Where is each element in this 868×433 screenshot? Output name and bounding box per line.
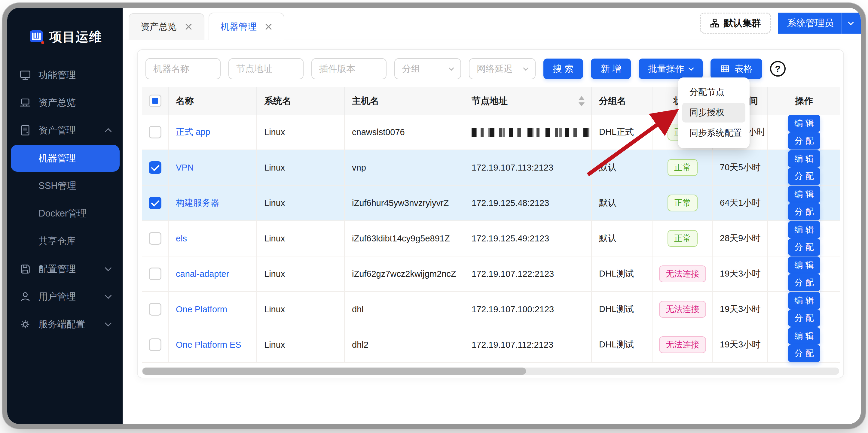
edit-button[interactable]: 编 辑 bbox=[788, 115, 820, 132]
app-title: 项目运维 bbox=[49, 29, 102, 45]
scrollbar-thumb[interactable] bbox=[143, 368, 526, 375]
batch-actions-menu: 分配节点 同步授权 同步系统配置 bbox=[678, 77, 750, 148]
assign-button[interactable]: 分 配 bbox=[788, 203, 820, 221]
sidebar-item-label: 功能管理 bbox=[38, 69, 76, 81]
edit-button[interactable]: 编 辑 bbox=[788, 257, 820, 274]
col-header-hostname: 主机名 bbox=[344, 87, 464, 115]
assign-button[interactable]: 分 配 bbox=[788, 345, 820, 362]
add-button-label: 新 增 bbox=[600, 63, 621, 75]
machine-name-link[interactable]: One Platform bbox=[176, 304, 227, 314]
node-address-cell: 172.19.125.49:2123 bbox=[464, 221, 591, 256]
machine-name-link[interactable]: 正式 app bbox=[176, 127, 210, 137]
row-checkbox[interactable] bbox=[149, 126, 161, 138]
monitor-icon bbox=[19, 69, 31, 81]
close-icon[interactable] bbox=[265, 23, 272, 31]
tab-machine-mgmt[interactable]: 机器管理 bbox=[209, 12, 284, 40]
sidebar-item-shared-repo[interactable]: 共享仓库 bbox=[11, 228, 120, 255]
group-cell: 默认 bbox=[591, 221, 653, 256]
select-all-checkbox[interactable] bbox=[149, 95, 161, 107]
sidebar-item-function-mgmt[interactable]: 功能管理 bbox=[7, 61, 123, 89]
app-logo-icon bbox=[29, 29, 44, 44]
node-address-cell: 172.19.107.112:2123 bbox=[464, 327, 591, 362]
sidebar-item-label: 资产管理 bbox=[38, 124, 76, 137]
help-icon[interactable]: ? bbox=[770, 61, 786, 76]
status-badge: 无法连接 bbox=[659, 336, 706, 353]
tab-asset-overview[interactable]: 资产总览 bbox=[129, 13, 205, 40]
machine-name-link[interactable]: One Platform ES bbox=[176, 340, 241, 349]
status-badge: 正常 bbox=[668, 159, 698, 176]
menu-item-sync-sysconfig[interactable]: 同步系统配置 bbox=[682, 123, 745, 143]
os-cell: Linux bbox=[257, 292, 344, 327]
sidebar-item-server-config[interactable]: 服务端配置 bbox=[7, 310, 123, 338]
row-checkbox[interactable] bbox=[149, 303, 161, 315]
sidebar-item-config-mgmt[interactable]: 配置管理 bbox=[7, 255, 123, 283]
machine-name-link[interactable]: 构建服务器 bbox=[176, 198, 219, 207]
edit-button[interactable]: 编 辑 bbox=[788, 327, 820, 345]
col-header-node-label: 节点地址 bbox=[471, 96, 508, 106]
node-address-input[interactable] bbox=[228, 58, 304, 79]
user-icon bbox=[19, 291, 31, 303]
row-checkbox[interactable] bbox=[149, 197, 161, 209]
assign-button[interactable]: 分 配 bbox=[788, 238, 820, 256]
add-button[interactable]: 新 增 bbox=[591, 59, 630, 79]
col-header-name: 名称 bbox=[168, 87, 257, 115]
edit-button[interactable]: 编 辑 bbox=[788, 186, 820, 203]
batch-actions-button[interactable]: 批量操作 bbox=[639, 59, 703, 79]
chevron-down-icon bbox=[105, 265, 112, 271]
chevron-down-icon bbox=[105, 292, 112, 299]
network-latency-select[interactable]: 网络延迟 bbox=[469, 58, 535, 79]
menu-item-sync-auth[interactable]: 同步授权 bbox=[682, 103, 745, 123]
node-address-redacted bbox=[471, 128, 589, 137]
row-checkbox[interactable] bbox=[149, 232, 161, 245]
machine-name-link[interactable]: els bbox=[176, 234, 187, 243]
assign-button[interactable]: 分 配 bbox=[788, 274, 820, 291]
main-content: 资产总览 机器管理 默认集群 系统管理员 bbox=[123, 8, 861, 424]
uptime-cell: 70天5小时 bbox=[712, 150, 768, 185]
hostname-cell: vnp bbox=[344, 150, 464, 185]
uptime-cell: 19天3小时 bbox=[712, 292, 768, 327]
assign-button[interactable]: 分 配 bbox=[788, 132, 820, 149]
close-icon[interactable] bbox=[185, 23, 192, 31]
search-button[interactable]: 搜 索 bbox=[544, 59, 583, 79]
sidebar-item-asset-overview[interactable]: 资产总览 bbox=[7, 89, 123, 116]
os-cell: Linux bbox=[257, 185, 344, 221]
machine-name-link[interactable]: canal-adapter bbox=[176, 269, 229, 279]
machine-name-link[interactable]: VPN bbox=[176, 163, 194, 172]
row-checkbox[interactable] bbox=[149, 338, 161, 351]
sidebar-item-machine-mgmt[interactable]: 机器管理 bbox=[11, 145, 120, 172]
node-address-cell: 172.19.107.113:2123 bbox=[464, 150, 591, 185]
sidebar-item-ssh-mgmt[interactable]: SSH管理 bbox=[11, 172, 120, 199]
menu-item-assign-node[interactable]: 分配节点 bbox=[682, 82, 745, 102]
sort-icon[interactable] bbox=[579, 96, 585, 106]
group-cell: DHL正式 bbox=[591, 115, 653, 150]
hostname-cell: iZuf63ldibt14cy9g5e891Z bbox=[344, 221, 464, 256]
cluster-select-button[interactable]: 默认集群 bbox=[700, 12, 771, 34]
horizontal-scrollbar[interactable] bbox=[142, 368, 839, 375]
group-select[interactable]: 分组 bbox=[394, 58, 461, 79]
sidebar-subitem-label: Docker管理 bbox=[38, 207, 87, 220]
table-row: One Platform ES Linux dhl2 172.19.107.11… bbox=[142, 327, 840, 362]
edit-button[interactable]: 编 辑 bbox=[788, 292, 820, 309]
table-view-button[interactable]: 表格 bbox=[711, 59, 762, 79]
os-cell: Linux bbox=[257, 256, 344, 292]
filter-bar: 分组 网络延迟 搜 索 新 增 批量操作 bbox=[146, 58, 843, 80]
cluster-icon bbox=[710, 18, 719, 28]
col-header-actions: 操作 bbox=[768, 87, 840, 115]
sidebar-item-user-mgmt[interactable]: 用户管理 bbox=[7, 283, 123, 310]
edit-button[interactable]: 编 辑 bbox=[788, 150, 820, 168]
hostname-cell: dhl2 bbox=[344, 327, 464, 362]
sidebar-item-docker-mgmt[interactable]: Docker管理 bbox=[11, 200, 120, 227]
server-icon bbox=[19, 124, 31, 136]
machine-name-input[interactable] bbox=[146, 58, 221, 79]
sidebar-item-asset-mgmt[interactable]: 资产管理 bbox=[7, 116, 123, 144]
edit-button[interactable]: 编 辑 bbox=[788, 221, 820, 238]
assign-button[interactable]: 分 配 bbox=[788, 309, 820, 327]
row-checkbox[interactable] bbox=[149, 268, 161, 280]
status-badge: 正常 bbox=[668, 195, 698, 211]
assign-button[interactable]: 分 配 bbox=[788, 168, 820, 185]
gear-icon bbox=[19, 318, 31, 330]
row-checkbox[interactable] bbox=[149, 161, 161, 174]
plugin-version-input[interactable] bbox=[311, 58, 386, 79]
chevron-down-icon bbox=[848, 19, 854, 25]
user-menu-button[interactable]: 系统管理员 bbox=[778, 12, 861, 34]
